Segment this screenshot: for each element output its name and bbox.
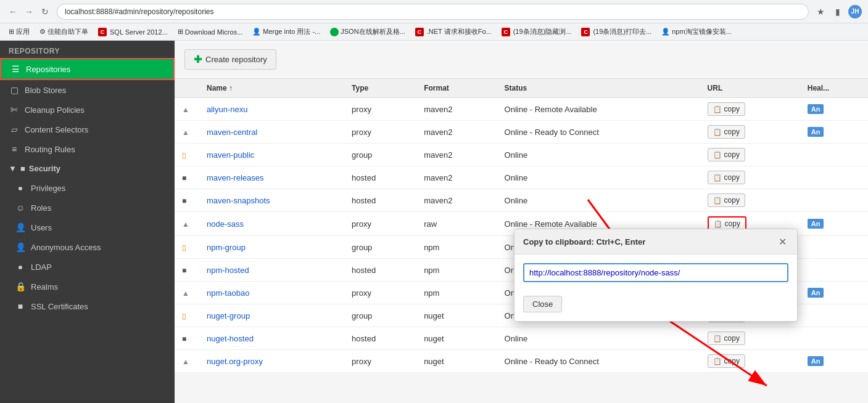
blob-stores-icon: ▢ [9, 85, 20, 95]
row-type: group [344, 144, 416, 166]
sidebar-item-anonymous-access[interactable]: 👤 Anonymous Access [6, 237, 175, 257]
content-header: ✚ Create repository [175, 41, 868, 78]
sidebar-item-content-selectors[interactable]: ▱ Content Selectors [0, 120, 175, 139]
row-icon-cell: ▲ [175, 121, 199, 144]
copy-url-button[interactable]: 📋 copy [708, 125, 745, 139]
sidebar-item-roles[interactable]: ☺ Roles [6, 198, 175, 218]
row-icon-cell: ▲ [175, 282, 199, 304]
chevron-down-icon: ▼ [9, 164, 17, 173]
row-name[interactable]: npm-taobao [199, 282, 344, 304]
repositories-icon: ☰ [10, 64, 21, 74]
row-icon-cell: ▲ [175, 350, 199, 373]
row-status: Online - Remote Available [497, 98, 700, 121]
row-name[interactable]: maven-public [199, 144, 344, 166]
row-name[interactable]: npm-group [199, 236, 344, 259]
row-health-cell [800, 236, 868, 259]
row-name[interactable]: maven-snapshots [199, 189, 344, 212]
row-status: Online [497, 166, 700, 189]
health-badge: An [808, 356, 824, 366]
merge-icon: 👤 [252, 28, 261, 36]
bookmark-dotnet[interactable]: C .NET 请求和接收Fo... [411, 26, 495, 38]
modal-url-input[interactable] [523, 263, 788, 282]
copy-url-button[interactable]: 📋 copy [708, 148, 745, 161]
sidebar-item-routing-rules[interactable]: ≡ Routing Rules [0, 139, 175, 159]
roles-icon: ☺ [15, 203, 26, 213]
table-row: ▲ nuget.org-proxy proxy nuget Online - R… [175, 350, 868, 373]
row-health-cell: An [800, 282, 868, 304]
health-badge: An [808, 219, 824, 229]
copy-url-button[interactable]: 📋 copy [708, 102, 745, 116]
table-row: ▲ aliyun-nexu proxy maven2 Online - Remo… [175, 98, 868, 121]
users-icon: 👤 [15, 222, 26, 232]
sidebar-item-realms[interactable]: 🔒 Realms [6, 277, 175, 296]
row-type: proxy [344, 98, 416, 121]
row-name[interactable]: npm-hosted [199, 259, 344, 282]
row-format: npm [416, 236, 497, 259]
forward-button[interactable]: → [22, 5, 36, 18]
copy-url-button[interactable]: 📋 copy [708, 171, 745, 184]
row-type: proxy [344, 350, 416, 373]
modal-close-x-button[interactable]: ✕ [776, 235, 788, 248]
sidebar-item-users[interactable]: 👤 Users [6, 218, 175, 237]
bookmark-download[interactable]: ⊞ Download Micros... [174, 26, 247, 37]
row-health-cell: An [800, 212, 868, 236]
extensions-button[interactable]: ▮ [831, 5, 845, 18]
copy-url-button[interactable]: 📋 copy [708, 354, 745, 368]
row-health-cell [800, 327, 868, 350]
group-icon: ▯ [182, 243, 186, 252]
group-icon: ▯ [182, 151, 186, 160]
bookmark-merge[interactable]: 👤 Merge into 用法 -... [249, 26, 324, 38]
bookmark-json[interactable]: JSON在线解析及格... [326, 26, 409, 38]
back-button[interactable]: ← [6, 5, 20, 18]
row-type: proxy [344, 212, 416, 236]
row-name[interactable]: maven-releases [199, 166, 344, 189]
col-status: Status [497, 79, 700, 98]
sidebar-item-repositories[interactable]: ☰ Repositories [0, 58, 175, 80]
bookmark-hide19[interactable]: C (19条消息)隐藏浏... [498, 26, 576, 38]
row-name[interactable]: aliyun-nexu [199, 98, 344, 121]
sidebar-item-ssl-certificates[interactable]: ■ SSL Certificates [6, 296, 175, 316]
refresh-button[interactable]: ↻ [38, 5, 52, 18]
row-url-cell: 📋 copy [700, 121, 800, 144]
bookmark-sql[interactable]: C SQL Server 2012... [94, 26, 172, 38]
table-row: ▲ maven-central proxy maven2 Online - Re… [175, 121, 868, 144]
row-name[interactable]: nuget.org-proxy [199, 350, 344, 373]
row-type: hosted [344, 189, 416, 212]
bookmark-print19[interactable]: C (19条消息)打印去... [577, 26, 655, 38]
row-icon-cell: ■ [175, 327, 199, 350]
copy-url-button[interactable]: 📋 copy [708, 332, 745, 345]
col-type: Type [344, 79, 416, 98]
sidebar-item-blob-stores[interactable]: ▢ Blob Stores [0, 80, 175, 100]
address-bar[interactable] [57, 4, 809, 20]
sidebar-item-ldap[interactable]: ● LDAP [6, 257, 175, 277]
row-name[interactable]: nuget-hosted [199, 327, 344, 350]
row-format: npm [416, 259, 497, 282]
sidebar-section-repository: Repository [0, 41, 175, 58]
copy-icon: 📋 [713, 151, 722, 159]
profile-button[interactable]: JH [848, 5, 862, 18]
hosted-icon: ■ [182, 335, 186, 343]
col-icon [175, 79, 199, 98]
hosted-icon: ■ [182, 197, 186, 205]
sidebar-security-header[interactable]: ▼ ■ Security [0, 159, 175, 178]
bookmark-star-button[interactable]: ★ [814, 5, 827, 18]
modal-close-button[interactable]: Close [523, 296, 562, 312]
copy-url-button[interactable]: 📋 copy [708, 193, 745, 207]
row-health-cell [800, 144, 868, 166]
row-format: maven2 [416, 166, 497, 189]
row-name[interactable]: node-sass [199, 212, 344, 236]
bookmark-jiaji[interactable]: ⚙ 佳能自助下单 [36, 26, 92, 38]
create-repository-button[interactable]: ✚ Create repository [184, 49, 276, 70]
bookmark-apps[interactable]: ⊞ 应用 [5, 26, 33, 38]
sidebar-item-cleanup-policies[interactable]: ✄ Cleanup Policies [0, 100, 175, 120]
sidebar-item-privileges[interactable]: ● Privileges [6, 178, 175, 198]
table-row: ▯ maven-public group maven2 Online 📋 cop… [175, 144, 868, 166]
row-format: maven2 [416, 144, 497, 166]
row-name[interactable]: nuget-group [199, 304, 344, 327]
row-name[interactable]: maven-central [199, 121, 344, 144]
col-name: Name ↑ [199, 79, 344, 98]
sidebar: Repository ☰ Repositories ▢ Blob Stores … [0, 41, 175, 403]
bookmark-npm[interactable]: 👤 npm淘宝镜像安装... [658, 26, 735, 38]
apps-icon: ⊞ [9, 28, 14, 36]
col-url: URL [700, 79, 800, 98]
